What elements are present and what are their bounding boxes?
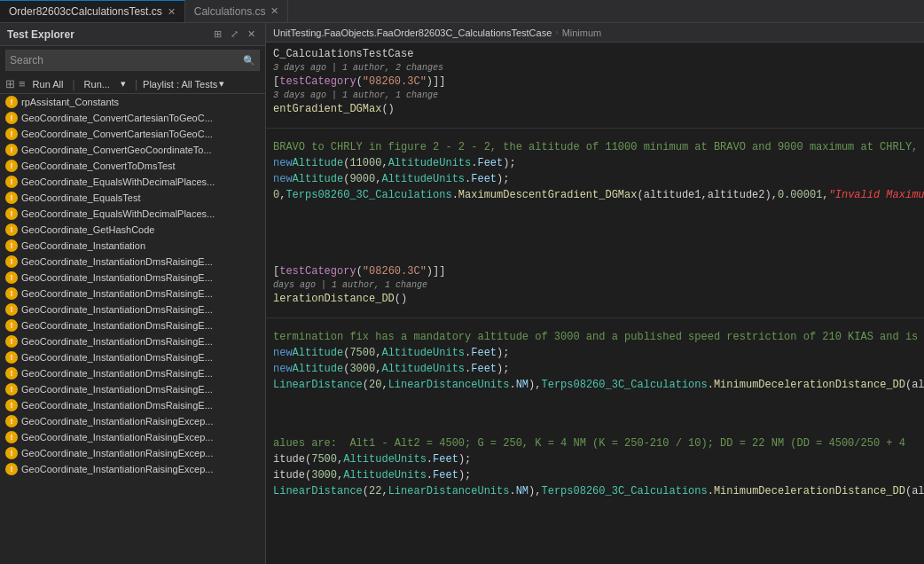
code-line: entGradient_DGMax() — [266, 101, 924, 117]
test-status-icon: ! — [5, 208, 18, 220]
test-status-icon: ! — [5, 367, 18, 380]
test-list-item[interactable]: !GeoCoordinate_InstantiationRaisingExcep… — [0, 461, 265, 477]
test-list-item[interactable]: !GeoCoordinate_GetHashCode — [0, 222, 265, 238]
main-layout: Test Explorer ⊞ ⤢ ✕ 🔍 ⊞ ≡ Run All | Run.… — [0, 23, 924, 564]
test-list-item[interactable]: !GeoCoordinate_InstantiationDmsRaisingE.… — [0, 365, 265, 381]
test-status-icon: ! — [5, 335, 18, 348]
tab-bar: Order82603cCalculationsTest.cs ✕ Calcula… — [0, 0, 924, 23]
code-line: new Altitude(3000, AltitudeUnits.Feet); — [266, 361, 924, 377]
test-list-item[interactable]: !GeoCoordinate_ConvertCartesianToGeoC... — [0, 126, 265, 142]
test-status-icon: ! — [5, 319, 18, 332]
test-list-item[interactable]: !GeoCoordinate_EqualsWithDecimalPlaces..… — [0, 206, 265, 222]
test-status-icon: ! — [5, 415, 18, 427]
test-list-item[interactable]: !GeoCoordinate_Instantiation — [0, 238, 265, 254]
code-line: LinearDistance(22, LinearDistanceUnits.N… — [266, 483, 924, 499]
test-name-label: GeoCoordinate_EqualsWithDecimalPlaces... — [21, 208, 215, 219]
test-name-label: GeoCoordinate_InstantiationDmsRaisingE..… — [21, 336, 213, 347]
breadcrumb-trailing: Minimum — [562, 27, 602, 38]
test-toolbar: ⊞ ≡ Run All | Run... ▾ | Playlist : All … — [0, 74, 265, 94]
test-list-item[interactable]: !GeoCoordinate_InstantiationDmsRaisingE.… — [0, 397, 265, 413]
test-list-item[interactable]: !GeoCoordinate_EqualsWithDecimalPlaces..… — [0, 174, 265, 190]
test-name-label: GeoCoordinate_ConvertToDmsTest — [21, 161, 176, 171]
test-list-item[interactable]: !GeoCoordinate_InstantiationRaisingExcep… — [0, 429, 265, 445]
code-block-3: [testCategory("08260.3C")]] days ago | 1… — [266, 260, 924, 310]
git-info: 3 days ago | 1 author, 1 change — [266, 90, 924, 101]
run-dropdown[interactable]: ▾ — [117, 77, 129, 90]
pin-icon[interactable]: ⊞ — [211, 27, 224, 41]
test-list-item[interactable]: !GeoCoordinate_InstantiationRaisingExcep… — [0, 445, 265, 461]
spacer2 — [266, 396, 924, 432]
code-line: [testCategory("08260.3C")]] — [266, 263, 924, 279]
test-status-icon: ! — [5, 255, 18, 268]
close-icon[interactable]: ✕ — [270, 5, 278, 17]
test-status-icon: ! — [5, 96, 18, 108]
code-block-2: BRAVO to CHRLY in figure 2 - 2 - 2, the … — [266, 136, 924, 207]
divider — [266, 128, 924, 129]
test-name-label: GeoCoordinate_ConvertCartesianToGeoC... — [21, 129, 213, 139]
search-icon: 🔍 — [243, 55, 255, 67]
tab-calculations-test[interactable]: Order82603cCalculationsTest.cs ✕ — [0, 0, 185, 22]
test-list-item[interactable]: !GeoCoordinate_InstantiationDmsRaisingE.… — [0, 333, 265, 349]
test-status-icon: ! — [5, 112, 18, 124]
code-line: alues are: Alt1 - Alt2 = 4500; G = 250, … — [266, 435, 924, 451]
code-editor[interactable]: C_CalculationsTestCase 3 days ago | 1 au… — [266, 43, 924, 564]
code-block-5: alues are: Alt1 - Alt2 = 4500; G = 250, … — [266, 432, 924, 503]
code-line: itude(3000, AltitudeUnits.Feet); — [266, 467, 924, 483]
expand-icon[interactable]: ⤢ — [228, 27, 241, 41]
test-list-item[interactable]: !GeoCoordinate_InstantiationRaisingExcep… — [0, 413, 265, 429]
code-line: lerationDistance_DD() — [266, 291, 924, 307]
run-all-button[interactable]: Run All — [29, 78, 67, 90]
test-name-label: GeoCoordinate_InstantiationDmsRaisingE..… — [21, 384, 213, 395]
test-list-item[interactable]: !GeoCoordinate_InstantiationDmsRaisingE.… — [0, 381, 265, 397]
test-name-label: GeoCoordinate_EqualsTest — [21, 192, 141, 203]
test-list: !rpAssistant_Constants!GeoCoordinate_Con… — [0, 94, 265, 564]
playlist-label[interactable]: Playlist : All Tests ▾ — [143, 78, 224, 90]
code-line: new Altitude(11000, AltitudeUnits.Feet); — [266, 155, 924, 171]
test-name-label: GeoCoordinate_InstantiationDmsRaisingE..… — [21, 304, 213, 315]
close-icon[interactable]: ✕ — [168, 6, 176, 18]
code-line: new Altitude(7500, AltitudeUnits.Feet); — [266, 345, 924, 361]
playlist-text: Playlist : All Tests — [143, 79, 217, 90]
test-status-icon: ! — [5, 128, 18, 140]
test-name-label: GeoCoordinate_InstantiationDmsRaisingE..… — [21, 288, 213, 299]
test-list-item[interactable]: !GeoCoordinate_InstantiationDmsRaisingE.… — [0, 270, 265, 286]
test-list-item[interactable]: !GeoCoordinate_InstantiationDmsRaisingE.… — [0, 286, 265, 302]
code-editor-panel: UnitTesting.FaaObjects.FaaOrder82603C_Ca… — [266, 23, 924, 564]
spacer — [266, 207, 924, 260]
test-name-label: GeoCoordinate_EqualsWithDecimalPlaces... — [21, 176, 215, 187]
tab-calculations[interactable]: Calculations.cs ✕ — [185, 0, 289, 22]
code-line: C_CalculationsTestCase — [266, 46, 924, 62]
code-block-1: C_CalculationsTestCase 3 days ago | 1 au… — [266, 43, 924, 121]
test-list-item[interactable]: !GeoCoordinate_ConvertCartesianToGeoC... — [0, 110, 265, 126]
test-name-label: GeoCoordinate_ConvertCartesianToGeoC... — [21, 113, 213, 123]
close-panel-icon[interactable]: ✕ — [245, 27, 258, 41]
tab-label: Order82603cCalculationsTest.cs — [9, 5, 162, 18]
test-status-icon: ! — [5, 239, 18, 252]
test-list-item[interactable]: !GeoCoordinate_InstantiationDmsRaisingE.… — [0, 317, 265, 333]
test-status-icon: ! — [5, 431, 18, 443]
test-status-icon: ! — [5, 351, 18, 364]
test-list-item[interactable]: !GeoCoordinate_InstantiationDmsRaisingE.… — [0, 302, 265, 317]
test-list-item[interactable]: !GeoCoordinate_EqualsTest — [0, 190, 265, 206]
playlist-dropdown-icon: ▾ — [219, 78, 224, 90]
test-status-icon: ! — [5, 463, 18, 475]
test-status-icon: ! — [5, 447, 18, 459]
test-name-label: GeoCoordinate_InstantiationDmsRaisingE..… — [21, 368, 213, 379]
separator2: | — [135, 78, 137, 90]
test-list-item[interactable]: !GeoCoordinate_InstantiationDmsRaisingE.… — [0, 349, 265, 365]
search-input[interactable] — [10, 54, 243, 67]
test-status-icon: ! — [5, 144, 18, 156]
code-line: itude(7500, AltitudeUnits.Feet); — [266, 451, 924, 467]
filter-icon: ⊞ — [5, 77, 15, 90]
test-status-icon: ! — [5, 176, 18, 188]
panel-icons: ⊞ ⤢ ✕ — [211, 27, 258, 41]
test-list-item[interactable]: !rpAssistant_Constants — [0, 94, 265, 110]
test-status-icon: ! — [5, 192, 18, 204]
test-list-item[interactable]: !GeoCoordinate_ConvertToDmsTest — [0, 158, 265, 174]
test-list-item[interactable]: !GeoCoordinate_ConvertGeoCoordinateTo... — [0, 142, 265, 158]
run-button[interactable]: Run... — [81, 78, 114, 90]
breadcrumb-sep: › — [555, 27, 558, 37]
git-info: 3 days ago | 1 author, 2 changes — [266, 62, 924, 74]
test-list-item[interactable]: !GeoCoordinate_InstantiationDmsRaisingE.… — [0, 254, 265, 270]
test-name-label: GeoCoordinate_InstantiationDmsRaisingE..… — [21, 256, 213, 267]
